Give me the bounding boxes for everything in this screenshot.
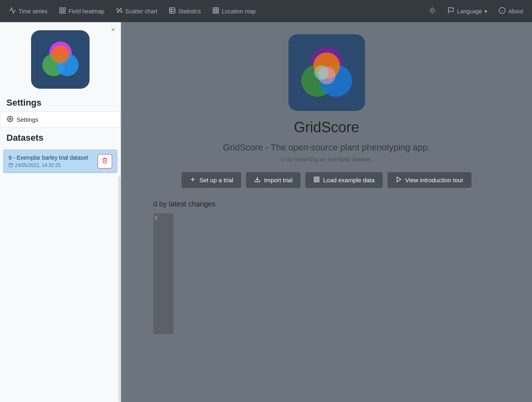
svg-rect-2 [60, 11, 62, 13]
load-example-label: Load example data [323, 177, 375, 183]
sidebar-logo [31, 30, 90, 89]
nav-theme-toggle[interactable] [424, 4, 441, 19]
table-icon [169, 7, 176, 15]
navbar-right: Language ▾ About [424, 4, 528, 19]
nav-label-language: Language [457, 8, 482, 15]
sidebar-settings-label: Settings [17, 116, 38, 123]
action-buttons: Set up a trial Import trial Load example… [182, 172, 471, 188]
svg-point-6 [119, 10, 120, 11]
svg-point-35 [9, 118, 11, 120]
svg-point-8 [121, 11, 122, 12]
intro-tour-button[interactable]: View introduction tour [388, 172, 471, 188]
svg-point-18 [431, 9, 434, 12]
svg-rect-52 [317, 180, 319, 182]
layout: × Settings Settings Datasets [0, 22, 532, 402]
app-description-text: GridScore - The open-source plant phenot… [223, 142, 430, 152]
svg-rect-0 [60, 8, 62, 10]
svg-point-45 [314, 65, 329, 80]
app-description: GridScore - The open-source plant phenot… [223, 142, 430, 153]
app-sub-text: or by importing an exemplar dataset. [281, 156, 372, 162]
svg-point-34 [52, 46, 69, 63]
svg-rect-1 [63, 8, 65, 10]
chart-line-icon [9, 7, 16, 15]
import-trial-label: Import trial [264, 177, 292, 183]
app-title: GridScore [294, 119, 359, 136]
nav-item-scatter-chart[interactable]: Scatter chart [111, 4, 162, 19]
recent-placeholder: y [153, 213, 173, 334]
svg-line-21 [430, 8, 430, 8]
intro-tour-label: View introduction tour [405, 177, 463, 183]
navbar: Time series Field heatmap Scatter chart … [0, 0, 532, 22]
nav-item-location-map[interactable]: Location map [207, 4, 261, 19]
svg-point-7 [117, 9, 118, 10]
dataset-date-text: 24/05/2022, 14:32:25 [15, 162, 61, 168]
nav-language[interactable]: Language ▾ [442, 4, 492, 19]
svg-marker-53 [397, 177, 401, 182]
play-icon [396, 176, 402, 184]
recent-placeholder-text: y [153, 212, 159, 222]
nav-about[interactable]: About [494, 4, 528, 19]
app-logo [288, 34, 365, 111]
svg-line-22 [434, 12, 435, 13]
info-icon [499, 7, 506, 15]
nav-item-time-series[interactable]: Time series [4, 4, 52, 19]
download-icon [254, 176, 261, 184]
nav-label-scatter-chart: Scatter chart [125, 8, 157, 15]
delete-dataset-button[interactable] [98, 154, 112, 169]
nav-label-location-map: Location map [222, 8, 256, 15]
chevron-down-icon: ▾ [484, 8, 487, 15]
recent-title: d by latest changes [153, 200, 500, 208]
sidebar-datasets-title: Datasets [0, 128, 121, 146]
load-example-button[interactable]: Load example data [305, 172, 383, 188]
sidebar-settings-item[interactable]: Settings [0, 111, 121, 128]
nav-label-field-heatmap: Field heatmap [69, 8, 104, 15]
app-sub: or by importing an exemplar dataset. [281, 156, 372, 162]
svg-rect-36 [9, 163, 13, 167]
trash-icon [102, 157, 108, 165]
nav-item-field-heatmap[interactable]: Field heatmap [54, 4, 109, 19]
main-content: GridScore GridScore - The open-source pl… [121, 22, 532, 402]
svg-rect-50 [317, 177, 319, 179]
svg-rect-51 [314, 180, 316, 182]
dataset-item-info: 9 - Exemplar barley trial dataset 24/05/… [8, 154, 98, 169]
import-trial-button[interactable]: Import trial [246, 172, 300, 188]
sidebar: × Settings Settings Datasets [0, 22, 121, 402]
sidebar-settings-title: Settings [0, 93, 121, 111]
plus-icon [190, 176, 196, 184]
datasets-section: 9 - Exemplar barley trial dataset 24/05/… [0, 146, 121, 176]
sun-icon [429, 7, 436, 15]
svg-line-25 [430, 12, 430, 13]
nav-item-statistics[interactable]: Statistics [164, 4, 206, 19]
dataset-item[interactable]: 9 - Exemplar barley trial dataset 24/05/… [3, 150, 117, 173]
nav-label-statistics: Statistics [178, 8, 201, 15]
svg-point-5 [120, 8, 121, 10]
gear-icon [7, 116, 13, 123]
svg-rect-9 [169, 8, 175, 13]
flag-icon [447, 7, 455, 15]
recent-section: d by latest changes y [145, 200, 508, 334]
svg-line-26 [434, 8, 435, 8]
svg-rect-13 [213, 8, 219, 13]
dataset-date: 24/05/2022, 14:32:25 [8, 162, 98, 169]
svg-rect-49 [314, 177, 316, 179]
nav-label-time-series: Time series [19, 8, 48, 15]
nav-label-about: About [508, 8, 523, 15]
setup-trial-label: Set up a trial [199, 177, 233, 183]
sidebar-close-button[interactable]: × [109, 25, 117, 34]
grid-small-icon [313, 176, 320, 184]
svg-point-4 [117, 11, 118, 12]
recent-title-text: d by latest changes [153, 200, 216, 208]
grid-icon [59, 7, 66, 15]
svg-rect-3 [63, 11, 65, 13]
sidebar-logo-container [0, 22, 121, 93]
map-icon [212, 7, 219, 15]
dataset-name: 9 - Exemplar barley trial dataset [8, 154, 98, 161]
scatter-icon [116, 7, 123, 15]
setup-trial-button[interactable]: Set up a trial [182, 172, 241, 188]
calendar-icon [8, 162, 13, 169]
